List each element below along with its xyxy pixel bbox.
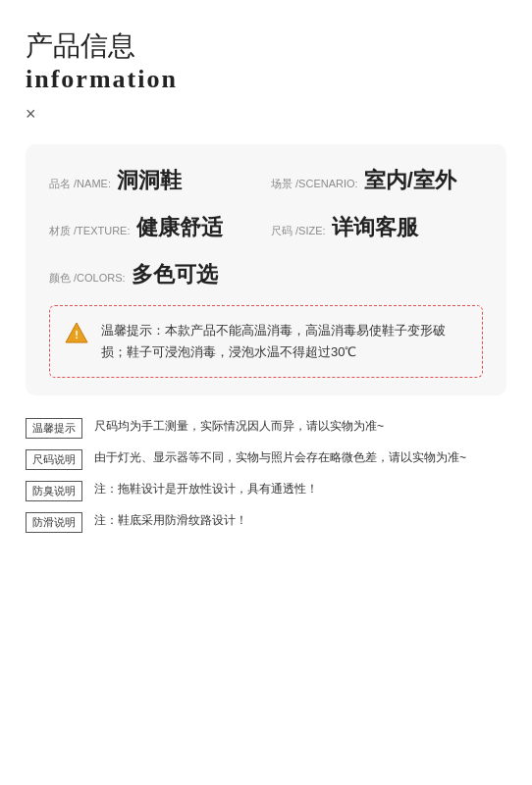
page-title-cn: 产品信息 [26, 29, 506, 63]
note-content-1: 由于灯光、显示器等不同，实物与照片会存在略微色差，请以实物为准~ [94, 448, 466, 467]
note-row-2: 防臭说明 注：拖鞋设计是开放性设计，具有通透性！ [26, 480, 506, 501]
page-title-en: information [26, 65, 506, 94]
texture-item: 材质 /TEXTURE: 健康舒适 [49, 213, 261, 242]
product-name-item: 品名 /NAME: 洞洞鞋 [49, 166, 261, 195]
size-value: 详询客服 [332, 213, 418, 242]
info-grid: 品名 /NAME: 洞洞鞋 场景 /SCENARIO: 室内/室外 材质 /TE… [49, 166, 483, 289]
note-tag-0: 温馨提示 [26, 418, 82, 439]
note-content-3: 注：鞋底采用防滑纹路设计！ [94, 511, 247, 530]
note-tag-3: 防滑说明 [26, 512, 82, 533]
note-row-3: 防滑说明 注：鞋底采用防滑纹路设计！ [26, 511, 506, 533]
scenario-value: 室内/室外 [364, 166, 456, 195]
product-name-label: 品名 /NAME: [49, 177, 111, 191]
svg-text:!: ! [75, 329, 79, 340]
info-card: 品名 /NAME: 洞洞鞋 场景 /SCENARIO: 室内/室外 材质 /TE… [26, 144, 506, 395]
scenario-label: 场景 /SCENARIO: [271, 177, 358, 191]
note-row-0: 温馨提示 尺码均为手工测量，实际情况因人而异，请以实物为准~ [26, 417, 506, 439]
product-name-value: 洞洞鞋 [117, 166, 182, 195]
note-tag-2: 防臭说明 [26, 481, 82, 501]
close-icon[interactable]: × [26, 104, 506, 125]
color-label: 颜色 /COLORS: [49, 271, 126, 286]
notes-section: 温馨提示 尺码均为手工测量，实际情况因人而异，请以实物为准~ 尺码说明 由于灯光… [26, 417, 506, 533]
note-tag-1: 尺码说明 [26, 449, 82, 470]
note-content-2: 注：拖鞋设计是开放性设计，具有通透性！ [94, 480, 318, 498]
warning-text: 温馨提示：本款产品不能高温消毒，高温消毒易使鞋子变形破损；鞋子可浸泡消毒，浸泡水… [101, 320, 468, 363]
note-row-1: 尺码说明 由于灯光、显示器等不同，实物与照片会存在略微色差，请以实物为准~ [26, 448, 506, 470]
size-label: 尺码 /SIZE: [271, 224, 326, 238]
color-item: 颜色 /COLORS: 多色可选 [49, 260, 261, 289]
warning-icon: ! [64, 321, 89, 346]
texture-value: 健康舒适 [136, 213, 223, 242]
scenario-item: 场景 /SCENARIO: 室内/室外 [271, 166, 483, 195]
note-content-0: 尺码均为手工测量，实际情况因人而异，请以实物为准~ [94, 417, 384, 436]
color-value: 多色可选 [132, 260, 218, 289]
texture-label: 材质 /TEXTURE: [49, 224, 131, 238]
size-item: 尺码 /SIZE: 详询客服 [271, 213, 483, 242]
warning-box: ! 温馨提示：本款产品不能高温消毒，高温消毒易使鞋子变形破损；鞋子可浸泡消毒，浸… [49, 305, 483, 378]
